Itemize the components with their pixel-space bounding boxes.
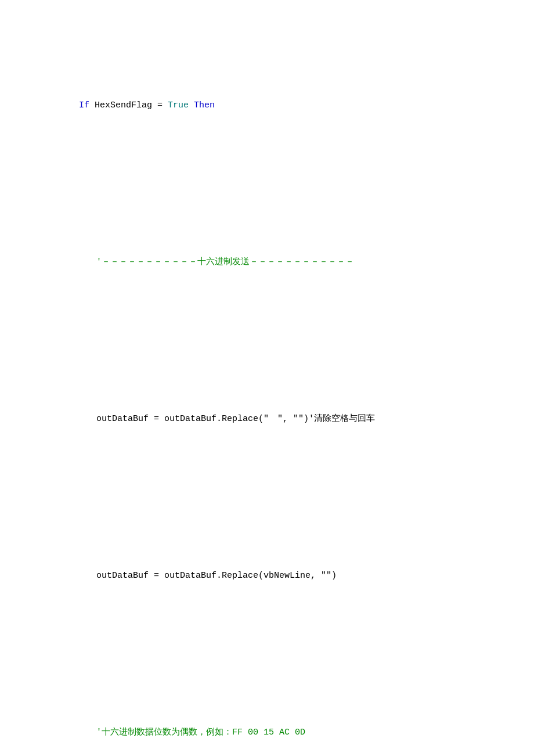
line-outdatabuf1: outDataBuf = outDataBuf.Replace(" ", "")… xyxy=(23,395,511,442)
code-editor: If HexSendFlag = True Then '－－－－－－－－－－－十… xyxy=(23,35,511,756)
blank-line xyxy=(23,176,511,192)
blank-line xyxy=(23,489,511,505)
keyword-if: If xyxy=(79,100,89,110)
keyword-true: True xyxy=(163,100,189,110)
line-comment2: '十六进制数据位数为偶数，例如：FF 00 15 AC 0D xyxy=(23,709,511,756)
line-outdatabuf2: outDataBuf = outDataBuf.Replace(vbNewLin… xyxy=(23,552,511,599)
line-comment1: '－－－－－－－－－－－十六进制发送－－－－－－－－－－－－ xyxy=(23,239,511,286)
blank-line xyxy=(23,333,511,348)
blank-line xyxy=(23,646,511,662)
keyword-then: Then xyxy=(189,100,215,110)
line-1: If HexSendFlag = True Then xyxy=(23,82,511,129)
